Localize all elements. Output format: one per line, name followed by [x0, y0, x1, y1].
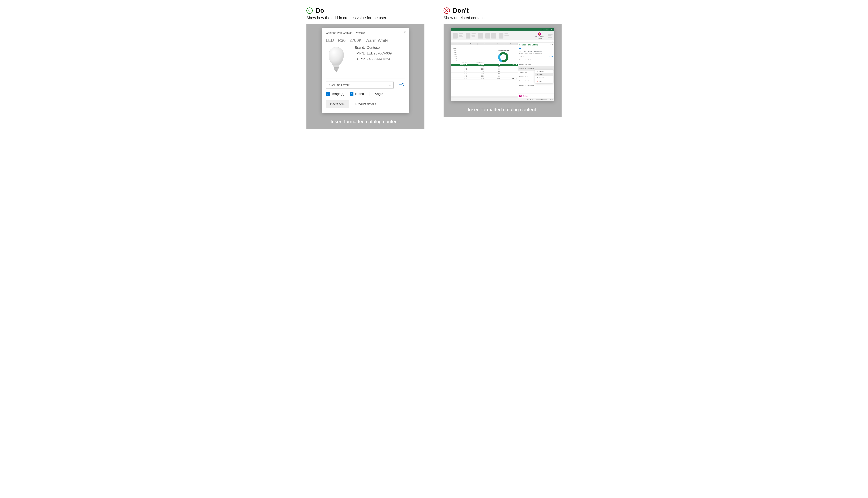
formula-bar[interactable]: ⌄	[451, 40, 554, 43]
layout-select[interactable]: 2 Column Layout ⌄	[326, 81, 393, 89]
taskpane-footer: C Contoso	[518, 93, 554, 98]
check-brand[interactable]: ✓ Brand	[350, 92, 364, 96]
svg-rect-0	[333, 65, 339, 67]
view-normal-icon[interactable]: ▭	[527, 99, 529, 101]
addin-ribbon-button[interactable]: 💡 Parts Catalog Contoso	[534, 32, 545, 39]
list-item[interactable]: Contoso 60 - 65w Equal	[518, 58, 554, 62]
hamburger-icon[interactable]: ☰	[518, 47, 554, 50]
view-page-icon[interactable]: ▦	[530, 99, 531, 101]
taskpane-crumb: LED - R30 - 2700K - Warm White	[518, 50, 554, 53]
context-menu: 👁Preview ⎘Insert ⚙Format 📌Pin	[535, 69, 553, 83]
sort-arrow-icon: ↓	[523, 55, 524, 57]
dont-title: Don't	[453, 7, 469, 14]
worksheet[interactable]: G H I J K $6,000	[451, 43, 518, 98]
check-images-label: Image(s)	[332, 92, 345, 96]
addin-label-2: Contoso	[537, 38, 542, 39]
dont-cross-icon	[443, 8, 450, 14]
table-row: 0.000.000.00	[451, 71, 518, 73]
results-list: Contoso 60 - 65w EqualContoso 85w EqualC…	[518, 58, 554, 93]
pin-icon[interactable]	[399, 82, 405, 88]
product-details-link[interactable]: Product details	[355, 102, 376, 106]
mpn-label: MPN:	[352, 51, 365, 55]
chevron-down-icon: ⌄	[552, 40, 553, 42]
close-icon[interactable]: ✕	[404, 31, 406, 34]
do-title: Do	[316, 7, 324, 14]
company-badge-icon: C	[519, 95, 522, 97]
list-item[interactable]: Contoso 85w Equal	[518, 62, 554, 66]
format-icon: ⚙	[537, 77, 539, 79]
zoom-out-icon[interactable]: −	[534, 99, 535, 101]
zoom-in-icon[interactable]: +	[548, 99, 548, 101]
dont-card: ─ ☐ ✕ 💡 Parts Catalog	[443, 24, 561, 117]
chevron-down-icon: ⌄	[389, 84, 391, 87]
dialog-title: Contoso Part Catalog - Preview	[326, 31, 405, 35]
ups-label: UPS:	[352, 57, 365, 61]
column-headers: G H I J K	[451, 43, 518, 45]
do-subtitle: Show how the add-in creates value for th…	[307, 16, 425, 20]
taskpane-result-count: 16 results in LED - R30 - 60-65 Watt Equ…	[518, 53, 554, 55]
menu-preview[interactable]: 👁Preview	[535, 69, 553, 73]
table-row: 0.000.000.00	[451, 73, 518, 74]
svg-rect-2	[334, 68, 339, 68]
bulb-icon	[326, 45, 347, 74]
horizontal-scrollbar[interactable]	[451, 96, 518, 98]
more-icon[interactable]: ⋯	[550, 67, 553, 69]
taskpane: Contoso Parts Catalog ▾ ✕ ☰ LED - R30 - …	[518, 43, 554, 98]
table-row: 0.000.000.00	[451, 76, 518, 78]
check-angle[interactable]: Angle	[369, 92, 383, 96]
sort-label[interactable]: Name	[519, 55, 523, 57]
bar-chart: $6,000 5,000 4,000 3000 2000 1000 0	[452, 48, 489, 63]
window-titlebar: ─ ☐ ✕	[451, 28, 554, 31]
do-column: Do Show how the add-in creates value for…	[307, 7, 425, 129]
brand-label: Brand:	[352, 45, 365, 50]
menu-pin[interactable]: 📌Pin	[535, 79, 553, 83]
table-row: 0.000.000.00	[451, 69, 518, 71]
table-total-row: 0.00 0.00 225.50 2,872.00	[451, 78, 518, 79]
ribbon: 💡 Parts Catalog Contoso	[451, 31, 554, 40]
taskpane-close-icon[interactable]: ✕	[552, 44, 553, 45]
ups-value: 746654441324	[367, 57, 390, 61]
checkbox-checked-icon: ✓	[350, 92, 353, 96]
dont-subtitle: Show unrelated content.	[443, 16, 561, 20]
checkbox-unchecked-icon	[369, 92, 373, 96]
preview-dialog: Contoso Part Catalog - Preview ✕ LED - R…	[322, 28, 409, 113]
grid-view-icon[interactable]: ▦	[552, 55, 553, 57]
check-angle-label: Angle	[375, 92, 383, 96]
brand-value: Contoso	[367, 45, 380, 50]
table-row: 0.000.000.00	[451, 74, 518, 76]
checkbox-checked-icon: ✓	[326, 92, 330, 96]
dialog-heading: LED - R30 - 2700K - Warm White	[326, 38, 405, 43]
table-row: 0.000.000.00	[451, 67, 518, 69]
window-maximize-icon[interactable]: ☐	[545, 28, 549, 31]
zoom-slider[interactable]	[536, 100, 547, 100]
mpn-value: LED9870CF609	[367, 51, 392, 55]
menu-insert[interactable]: ⎘Insert	[535, 73, 553, 76]
svg-rect-4	[334, 69, 338, 70]
check-images[interactable]: ✓ Image(s)	[326, 92, 345, 96]
addin-bulb-icon: 💡	[538, 32, 541, 36]
taskpane-dropdown-icon[interactable]: ▾	[549, 44, 550, 45]
svg-rect-3	[334, 68, 338, 69]
do-caption: Insert formatted catalog content.	[310, 119, 421, 124]
table-header: Projected Actual TOTAL	[451, 64, 518, 66]
dont-column: Don't Show unrelated content. ─ ☐ ✕	[443, 7, 561, 129]
dont-caption: Insert formatted catalog content.	[447, 107, 558, 113]
excel-window: ─ ☐ ✕ 💡 Parts Catalog	[451, 28, 554, 101]
window-minimize-icon[interactable]: ─	[541, 28, 545, 31]
window-close-icon[interactable]: ✕	[549, 28, 554, 31]
addin-label-1: Parts Catalog	[535, 36, 544, 38]
do-check-icon	[307, 8, 313, 14]
insert-icon: ⎘	[537, 74, 539, 75]
svg-rect-1	[334, 67, 339, 68]
view-break-icon[interactable]: 凹	[532, 99, 533, 101]
preview-icon: 👁	[537, 70, 539, 72]
layout-select-value: 2 Column Layout	[328, 83, 349, 87]
insert-item-button[interactable]: Insert item	[326, 100, 349, 108]
do-card: Contoso Part Catalog - Preview ✕ LED - R…	[307, 24, 425, 129]
list-item[interactable]: Contoso 60 - 65w Equal	[518, 83, 554, 87]
list-view-icon[interactable]: ☰	[549, 55, 550, 57]
table-row: 0.000.000.00	[451, 66, 518, 67]
zoom-value: 100%	[549, 99, 553, 101]
menu-format[interactable]: ⚙Format	[535, 76, 553, 79]
donut-chart: Family Budget Use	[490, 50, 516, 63]
